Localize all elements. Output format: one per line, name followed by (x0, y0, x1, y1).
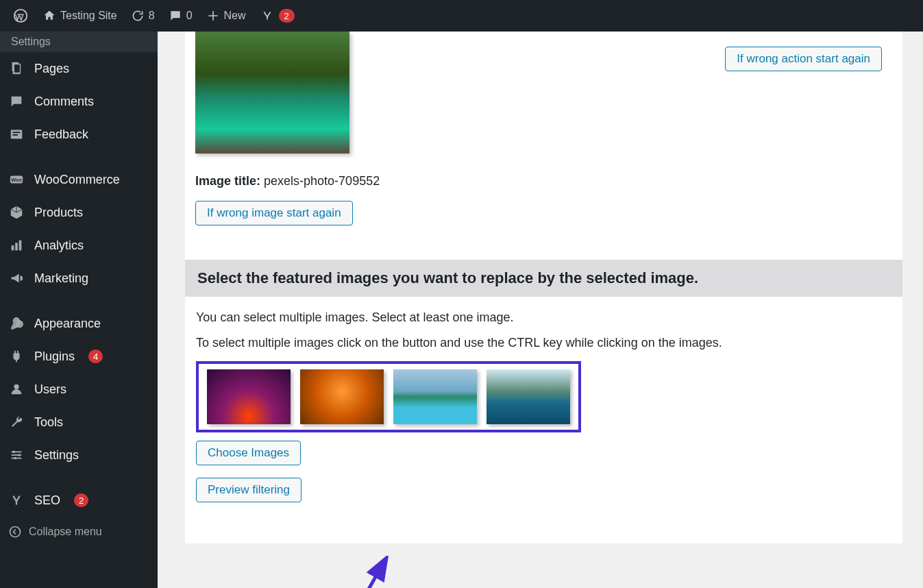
analytics-icon (8, 237, 25, 254)
thumbnail-image[interactable] (207, 369, 291, 424)
sidebar-subitem-settings[interactable]: Settings (0, 32, 158, 52)
image-title-row: Image title: pexels-photo-709552 (195, 174, 902, 188)
section-header: Select the featured images you want to r… (185, 260, 902, 297)
updates-count: 8 (149, 10, 155, 22)
feedback-icon (8, 126, 25, 143)
sidebar-item-marketing[interactable]: Marketing (0, 262, 158, 295)
users-icon (8, 381, 25, 397)
comment-icon (169, 9, 182, 23)
new-content-link[interactable]: New (199, 0, 253, 32)
collapse-icon (8, 525, 22, 539)
admin-sidebar: Settings Pages Comments Feedback Woo Woo… (0, 32, 158, 588)
sidebar-item-appearance[interactable]: Appearance (0, 307, 158, 340)
wrong-action-button[interactable]: If wrong action start again (725, 47, 882, 71)
sidebar-item-products[interactable]: Products (0, 196, 158, 229)
sidebar-item-tools[interactable]: Tools (0, 406, 158, 439)
yoast-badge: 2 (279, 9, 295, 23)
thumbnail-image[interactable] (300, 369, 384, 424)
new-label: New (224, 10, 246, 22)
selected-image-preview (195, 32, 349, 154)
svg-point-18 (10, 527, 21, 537)
sidebar-item-feedback[interactable]: Feedback (0, 118, 158, 151)
svg-point-11 (14, 384, 19, 389)
sidebar-item-label: Plugins (34, 350, 75, 364)
updates-link[interactable]: 8 (124, 0, 162, 32)
yoast-link[interactable]: 2 (253, 0, 301, 32)
sidebar-item-label: Analytics (34, 238, 84, 253)
comments-link[interactable]: 0 (162, 0, 199, 32)
sidebar-item-label: WooCommerce (34, 173, 120, 187)
sidebar-item-woocommerce[interactable]: Woo WooCommerce (0, 163, 158, 196)
yoast-icon (260, 8, 275, 23)
seo-icon (8, 492, 25, 509)
sidebar-item-settings[interactable]: Settings (0, 439, 158, 471)
seo-badge: 2 (74, 493, 88, 507)
woocommerce-icon: Woo (8, 171, 25, 188)
sidebar-item-users[interactable]: Users (0, 373, 158, 406)
svg-text:Woo: Woo (11, 177, 22, 183)
preview-filtering-button[interactable]: Preview filtering (196, 478, 301, 502)
refresh-icon (131, 9, 145, 23)
svg-rect-10 (19, 241, 22, 251)
pages-icon (8, 60, 25, 77)
sidebar-item-label: Products (34, 206, 83, 220)
sidebar-item-label: SEO (34, 493, 60, 508)
home-icon (42, 9, 56, 23)
sidebar-item-analytics[interactable]: Analytics (0, 229, 158, 262)
sidebar-item-seo[interactable]: SEO 2 (0, 484, 158, 517)
site-title: Testing Site (60, 10, 117, 22)
image-title-label: Image title: (195, 174, 260, 188)
svg-point-17 (14, 457, 16, 460)
svg-point-16 (18, 454, 21, 456)
choose-images-button[interactable]: Choose Images (196, 441, 301, 465)
plus-icon (206, 9, 220, 23)
wp-logo[interactable] (5, 0, 36, 32)
main-content: If wrong action start again Image title:… (158, 32, 923, 588)
comments-count: 0 (186, 10, 193, 22)
admin-toolbar: Testing Site 8 0 New 2 (0, 0, 923, 32)
products-icon (8, 204, 25, 221)
svg-rect-8 (12, 245, 14, 250)
sidebar-item-label: Comments (34, 95, 94, 109)
sidebar-item-label: Feedback (34, 127, 88, 142)
plugins-badge: 4 (88, 350, 103, 363)
sidebar-item-plugins[interactable]: Plugins 4 (0, 340, 158, 373)
sidebar-item-label: Settings (34, 448, 79, 463)
sidebar-item-label: Marketing (34, 271, 88, 286)
sidebar-subitem-label: Settings (11, 36, 51, 48)
svg-point-15 (13, 451, 16, 454)
thumbnail-image[interactable] (393, 369, 477, 424)
help-text-2: To select multiple images click on the b… (196, 336, 891, 350)
image-title-value: pexels-photo-709552 (264, 174, 380, 188)
collapse-menu[interactable]: Collapse menu (0, 517, 158, 547)
marketing-icon (8, 270, 25, 286)
appearance-icon (8, 315, 25, 332)
thumbnail-image[interactable] (487, 369, 570, 424)
sidebar-item-label: Pages (34, 62, 69, 76)
svg-rect-5 (13, 134, 18, 136)
svg-rect-4 (13, 132, 21, 133)
sidebar-item-comments[interactable]: Comments (0, 85, 158, 118)
comments-icon (8, 93, 25, 110)
wrong-image-button[interactable]: If wrong image start again (195, 201, 353, 225)
selected-thumbnails-highlight (196, 361, 581, 432)
help-text-1: You can select multiple images. Select a… (196, 310, 891, 325)
tools-icon (8, 414, 25, 430)
svg-line-19 (356, 563, 384, 588)
settings-icon (8, 447, 25, 463)
svg-rect-9 (15, 243, 18, 250)
sidebar-item-label: Tools (34, 415, 63, 430)
sidebar-item-label: Appearance (34, 317, 101, 331)
wordpress-icon (12, 8, 29, 24)
sidebar-item-pages[interactable]: Pages (0, 52, 158, 85)
annotation-arrow (349, 556, 397, 588)
sidebar-item-label: Users (34, 382, 66, 397)
site-link[interactable]: Testing Site (36, 0, 124, 32)
collapse-label: Collapse menu (29, 526, 102, 538)
svg-rect-2 (14, 64, 20, 73)
plugins-icon (8, 348, 25, 365)
